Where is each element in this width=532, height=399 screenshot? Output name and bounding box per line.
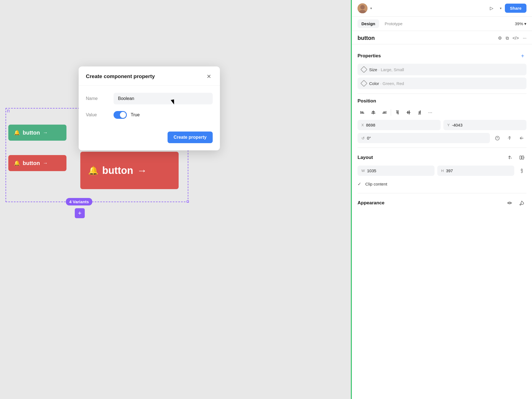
zoom-value: 39% — [515, 21, 523, 26]
align-row-1: ··· — [358, 108, 526, 117]
svg-rect-15 — [407, 112, 410, 113]
align-separator — [391, 109, 391, 116]
tab-prototype[interactable]: Prototype — [381, 19, 406, 28]
svg-rect-22 — [520, 156, 521, 159]
svg-rect-12 — [396, 110, 399, 111]
zoom-control[interactable]: 39% ▾ — [515, 21, 526, 26]
panel-tabs: Design Prototype 39% ▾ — [352, 17, 532, 31]
svg-rect-3 — [360, 111, 361, 114]
svg-rect-9 — [386, 111, 386, 114]
property-size-text: Size · Large, Small — [369, 67, 404, 72]
x-field[interactable]: X 8698 — [358, 120, 441, 130]
modal-close-button[interactable]: ✕ — [205, 73, 213, 80]
svg-rect-6 — [373, 110, 374, 114]
panel-content: Properties + Size · Large, Small Color ·… — [352, 44, 532, 399]
svg-rect-18 — [418, 114, 421, 114]
layout-add-button[interactable] — [517, 153, 526, 162]
create-property-button[interactable]: Create property — [168, 132, 213, 143]
tab-design[interactable]: Design — [358, 19, 379, 28]
svg-rect-19 — [419, 111, 420, 114]
share-button[interactable]: Share — [505, 4, 526, 13]
property-diamond-icon-2 — [360, 80, 367, 87]
position-more-button[interactable]: ··· — [426, 109, 435, 117]
play-chevron-icon[interactable]: ▾ — [500, 6, 502, 10]
layout-grid-button[interactable] — [505, 153, 515, 162]
divider-3 — [358, 193, 526, 193]
add-variant-button[interactable]: + — [75, 208, 85, 218]
component-title-row: button ⚙ ⧉ </> ··· — [352, 31, 532, 44]
align-center-v-button[interactable] — [404, 108, 413, 117]
divider-2 — [358, 148, 526, 148]
layout-section-title: Layout — [358, 155, 373, 160]
flip-vertical-button[interactable] — [517, 133, 526, 143]
arrow-icon-red-small: → — [43, 160, 48, 166]
btn-red-large-label: button — [102, 165, 133, 176]
constrain-proportions-button[interactable] — [493, 133, 502, 143]
svg-rect-11 — [382, 113, 385, 114]
svg-rect-17 — [409, 110, 410, 114]
w-label: W — [361, 169, 365, 173]
button-green[interactable]: 🔔 button → — [8, 125, 66, 141]
name-input[interactable] — [114, 93, 213, 104]
right-panel: ▾ ▷ ▾ Share Design Prototype 39% ▾ butto… — [352, 0, 532, 399]
properties-icon-button[interactable]: ⚙ — [498, 35, 502, 41]
align-top-button[interactable] — [393, 108, 402, 117]
y-field[interactable]: Y -4043 — [443, 120, 526, 130]
size-fields-row: W 1035 H 397 — [358, 166, 526, 176]
rotation-value: 0° — [367, 136, 371, 140]
fill-button[interactable] — [517, 198, 526, 208]
boolean-toggle[interactable] — [114, 111, 127, 119]
add-property-button[interactable]: + — [519, 52, 526, 60]
component-actions: ⚙ ⧉ </> ··· — [498, 35, 526, 41]
button-red-large[interactable]: 🔔 button → — [80, 152, 179, 189]
flip-horizontal-button[interactable] — [505, 133, 514, 143]
position-section-title: Position — [358, 98, 376, 104]
align-right-button[interactable] — [380, 108, 389, 117]
property-item-color[interactable]: Color · Green, Red — [358, 78, 526, 89]
align-bottom-button[interactable] — [415, 108, 424, 117]
layout-section-header: Layout — [358, 153, 526, 162]
y-value: -4043 — [452, 123, 462, 127]
x-label: X — [361, 123, 364, 127]
avatar-chevron-icon[interactable]: ▾ — [370, 6, 372, 10]
svg-rect-7 — [372, 111, 375, 112]
properties-section-header: Properties + — [358, 52, 526, 60]
svg-rect-14 — [398, 111, 399, 114]
panel-header: ▾ ▷ ▾ Share — [352, 0, 532, 17]
code-icon-button[interactable]: </> — [513, 36, 519, 41]
toggle-knob — [120, 112, 126, 118]
clip-content-label: Clip content — [365, 182, 387, 186]
svg-point-21 — [495, 136, 499, 140]
play-button[interactable]: ▷ — [487, 3, 497, 13]
button-red-small[interactable]: 🔔 button → — [8, 155, 66, 171]
svg-point-25 — [520, 204, 521, 205]
arrow-icon-green: → — [43, 130, 48, 136]
component-icon-button[interactable]: ⧉ — [506, 36, 509, 41]
zoom-chevron-icon: ▾ — [524, 21, 526, 26]
rotation-icon: ↺ — [361, 136, 365, 140]
rotation-field[interactable]: ↺ 0° — [358, 133, 490, 143]
svg-rect-10 — [383, 112, 385, 112]
width-field[interactable]: W 1035 — [358, 166, 435, 176]
position-xy-grid: X 8698 Y -4043 — [358, 120, 526, 130]
size-prop-name: Size — [369, 67, 377, 72]
svg-point-24 — [509, 202, 510, 204]
canvas-content: n 🔔 button → 🔔 button → 🔔 button → 4 Var… — [0, 0, 352, 399]
modal-header: Create component property ✕ — [79, 66, 220, 86]
appearance-icons — [505, 198, 526, 208]
modal-footer: Create property — [79, 132, 220, 150]
layout-icons — [505, 153, 526, 162]
align-left-button[interactable] — [358, 108, 367, 117]
align-center-h-button[interactable] — [369, 108, 378, 117]
component-name: button — [358, 35, 375, 41]
value-label: Value — [86, 112, 114, 117]
arrow-icon-red-large: → — [137, 165, 147, 176]
more-options-button[interactable]: ··· — [523, 36, 526, 41]
visibility-button[interactable] — [505, 198, 514, 208]
property-item-size[interactable]: Size · Large, Small — [358, 64, 526, 75]
canvas-partial-label: n — [7, 108, 10, 114]
height-field[interactable]: H 397 — [437, 166, 514, 176]
constrain-wh-button[interactable] — [517, 166, 526, 176]
divider-1 — [358, 94, 526, 94]
selection-handle-br[interactable] — [187, 200, 189, 203]
